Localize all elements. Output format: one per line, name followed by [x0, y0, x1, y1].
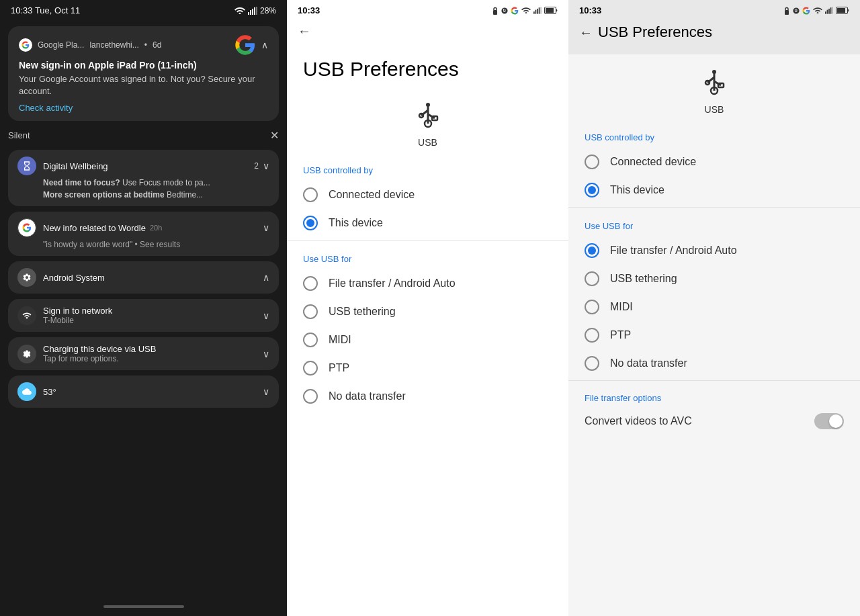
radio-file-transfer-circle-right[interactable]: [585, 243, 599, 258]
svg-rect-27: [837, 8, 845, 13]
back-button-right[interactable]: ←: [579, 25, 593, 40]
usb-small-icon: [501, 7, 508, 15]
svg-rect-5: [493, 10, 497, 15]
status-bar-mid: 10:33: [287, 0, 568, 18]
usb-small-icon-right: [793, 7, 800, 15]
status-icons-mid: [492, 7, 558, 15]
radio-ptp-mid[interactable]: PTP: [287, 354, 568, 382]
close-silent-icon[interactable]: ✕: [270, 129, 279, 142]
lock-icon: [492, 7, 499, 15]
radio-connected-device-label-mid: Connected device: [329, 189, 415, 201]
svg-rect-6: [533, 11, 535, 13]
svg-rect-3: [254, 7, 255, 15]
battery-icon-mid: [544, 7, 558, 14]
radio-no-data-mid[interactable]: No data transfer: [287, 382, 568, 410]
digital-wellbeing-badge: 2: [254, 161, 259, 171]
radio-file-transfer-circle-mid[interactable]: [303, 276, 318, 291]
radio-no-data-label-right: No data transfer: [610, 357, 687, 369]
radio-this-device-dot-right: [588, 186, 596, 194]
radio-ptp-label-right: PTP: [610, 329, 631, 341]
google-signin-notification[interactable]: Google Pla... lancethewhi... • 6d: [8, 26, 279, 121]
svg-point-34: [712, 70, 716, 74]
wordle-notification[interactable]: New info related to Wordle 20h ∨ "is how…: [8, 212, 279, 256]
google-status-icon: [511, 7, 519, 15]
convert-videos-row[interactable]: Convert videos to AVC: [568, 406, 860, 436]
status-icons-right: [783, 7, 849, 15]
status-bar-notifications: 10:33 Tue, Oct 11 28%: [0, 0, 287, 21]
weather-icon: [17, 382, 36, 401]
notification-scroll-area[interactable]: Google Pla... lancethewhi... • 6d: [0, 21, 287, 600]
radio-usb-tethering-circle-right[interactable]: [585, 271, 599, 286]
expand-digital-wellbeing-icon[interactable]: ∨: [263, 161, 269, 171]
radio-connected-device-circle-right[interactable]: [585, 155, 599, 169]
notif-user: lancethewhi...: [89, 40, 138, 50]
digital-wellbeing-line1: Need time to focus? Use Focus mode to pa…: [17, 178, 269, 187]
expand-android-system-icon[interactable]: ∧: [263, 272, 269, 283]
check-activity-link[interactable]: Check activity: [19, 103, 268, 113]
section-use-for-mid: Use USB for: [287, 243, 568, 269]
sign-in-network-notification[interactable]: Sign in to network T-Mobile ∨: [8, 299, 279, 332]
radio-no-data-circle-mid[interactable]: [303, 389, 318, 404]
signal-bars-icon: [22, 311, 32, 320]
scroll-area-mid[interactable]: USB USB controlled by Connected device T…: [287, 87, 568, 616]
radio-file-transfer-label-mid: File transfer / Android Auto: [329, 277, 456, 290]
radio-ptp-label-mid: PTP: [329, 362, 349, 374]
radio-midi-circle-mid[interactable]: [303, 333, 318, 347]
digital-wellbeing-notification[interactable]: Digital Wellbeing 2 ∨ Need time to focus…: [8, 150, 279, 206]
file-transfer-options-label: File transfer options: [585, 393, 661, 403]
radio-no-data-right[interactable]: No data transfer: [568, 349, 860, 378]
radio-file-transfer-mid[interactable]: File transfer / Android Auto: [287, 269, 568, 298]
radio-this-device-circle-right[interactable]: [585, 183, 599, 197]
expand-signin-network-icon[interactable]: ∨: [263, 310, 269, 321]
divider-file-options: [568, 380, 860, 381]
convert-videos-label: Convert videos to AVC: [585, 415, 692, 427]
google-status-icon-right: [802, 7, 810, 15]
radio-midi-right[interactable]: MIDI: [568, 293, 860, 321]
scroll-area-right[interactable]: USB USB controlled by Connected device T…: [568, 54, 860, 616]
wifi-icon-right: [813, 7, 822, 14]
network-icon: [17, 306, 36, 325]
radio-usb-tethering-label-mid: USB tethering: [329, 306, 396, 318]
radio-no-data-circle-right[interactable]: [585, 356, 599, 371]
radio-this-device-mid[interactable]: This device: [287, 209, 568, 237]
radio-midi-mid[interactable]: MIDI: [287, 326, 568, 354]
radio-ptp-circle-right[interactable]: [585, 328, 599, 343]
radio-connected-device-mid[interactable]: Connected device: [287, 181, 568, 209]
wifi-icon: [234, 7, 245, 15]
radio-this-device-circle-mid[interactable]: [303, 216, 318, 230]
radio-file-transfer-right[interactable]: File transfer / Android Auto: [568, 236, 860, 265]
weather-temp: 53°: [43, 387, 56, 397]
radio-ptp-circle-mid[interactable]: [303, 361, 318, 376]
convert-videos-toggle[interactable]: [814, 413, 844, 429]
radio-connected-device-label-right: Connected device: [610, 156, 696, 168]
lock-icon-right: [783, 7, 790, 15]
radio-ptp-right[interactable]: PTP: [568, 321, 860, 349]
radio-midi-circle-right[interactable]: [585, 300, 599, 314]
android-system-notification[interactable]: Android System ∧: [8, 261, 279, 294]
expand-wordle-icon[interactable]: ∨: [263, 222, 269, 233]
usb-icon-section-right: USB: [568, 54, 860, 122]
radio-this-device-right[interactable]: This device: [568, 176, 860, 204]
charging-notification[interactable]: Charging this device via USB Tap for mor…: [8, 337, 279, 370]
section-controlled-by-right: USB controlled by: [568, 122, 860, 148]
radio-usb-tethering-right[interactable]: USB tethering: [568, 265, 860, 293]
google-icon: [22, 41, 30, 49]
expand-icon[interactable]: ∧: [261, 40, 268, 50]
expand-charging-icon[interactable]: ∨: [263, 349, 269, 359]
radio-file-transfer-dot-right: [588, 247, 596, 255]
svg-rect-22: [827, 10, 828, 14]
radio-usb-tethering-mid[interactable]: USB tethering: [287, 298, 568, 326]
radio-usb-tethering-circle-mid[interactable]: [303, 304, 318, 319]
svg-rect-20: [785, 10, 789, 15]
usb-preferences-panel-middle: 10:33: [287, 0, 568, 616]
svg-rect-7: [535, 10, 537, 14]
right-panel-header: ← USB Preferences: [568, 18, 860, 54]
expand-weather-icon[interactable]: ∨: [263, 386, 269, 397]
back-button-mid[interactable]: ←: [298, 24, 311, 39]
notif-header-left: Google Pla... lancethewhi... • 6d: [19, 38, 161, 52]
weather-notification[interactable]: 53° ∨: [8, 376, 279, 408]
status-time: 10:33 Tue, Oct 11: [11, 5, 80, 15]
radio-connected-device-right[interactable]: Connected device: [568, 148, 860, 176]
radio-connected-device-circle-mid[interactable]: [303, 187, 318, 202]
svg-rect-1: [250, 10, 251, 15]
